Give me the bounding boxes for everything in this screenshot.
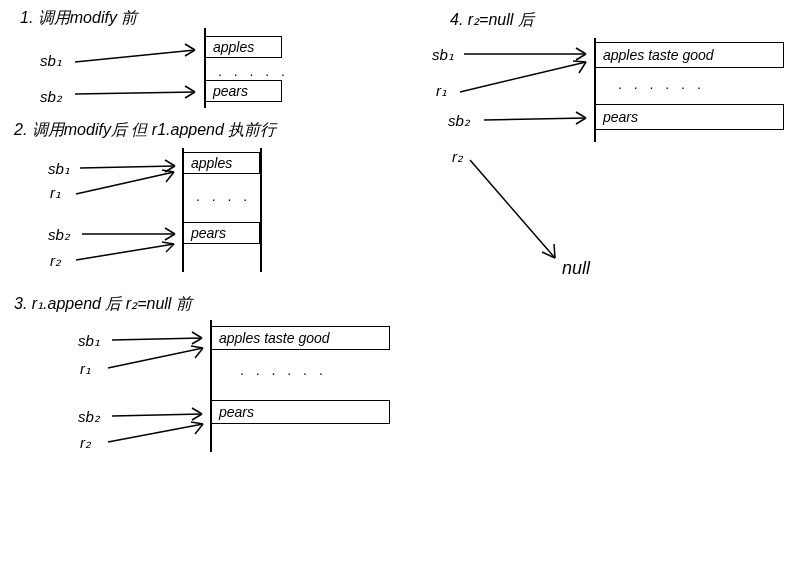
svg-line-39 xyxy=(470,160,555,258)
svg-line-32 xyxy=(576,54,586,60)
svg-line-4 xyxy=(185,86,195,92)
svg-line-31 xyxy=(576,48,586,54)
svg-line-1 xyxy=(185,44,195,50)
step3-box-pears: pears xyxy=(210,400,390,424)
svg-line-25 xyxy=(192,408,202,414)
svg-line-34 xyxy=(573,61,586,62)
step3-title: 3. r₁.append 后 r₂=null 前 xyxy=(14,294,192,315)
step1-title: 1. 调用modify 前 xyxy=(20,8,137,29)
step4-box-apples: apples taste good xyxy=(594,42,784,68)
step4-sb2: sb₂ xyxy=(448,112,470,130)
svg-line-7 xyxy=(165,160,175,166)
step2-r1: r₁ xyxy=(50,184,61,202)
step2-dots: . . . . . xyxy=(196,188,267,204)
step2-arrow-r2 xyxy=(76,258,186,270)
step4-null: null xyxy=(562,258,590,279)
svg-line-18 xyxy=(112,338,202,340)
svg-line-3 xyxy=(75,92,195,94)
step4-r2: r₂ xyxy=(452,148,463,166)
step3-arrow-r1 xyxy=(108,366,213,378)
step2-arrow-sb2 xyxy=(82,234,192,244)
svg-line-0 xyxy=(75,50,195,62)
svg-line-5 xyxy=(185,92,195,98)
svg-line-21 xyxy=(108,348,203,368)
step1-box-apples: apples xyxy=(204,36,282,58)
step2-arrow-r1 xyxy=(76,190,186,202)
step4-arrow-r1 xyxy=(460,88,598,102)
svg-line-33 xyxy=(460,62,586,92)
svg-line-19 xyxy=(192,332,202,338)
step3-box-apples: apples taste good xyxy=(210,326,390,350)
svg-line-13 xyxy=(165,228,175,234)
step2-box-apples: apples xyxy=(182,152,260,174)
step4-arrow-r2-null xyxy=(470,160,590,270)
svg-line-24 xyxy=(112,414,202,416)
step1-sb1: sb₁ xyxy=(40,52,62,70)
svg-line-15 xyxy=(76,244,174,260)
step1-dots: . . . . . xyxy=(218,63,289,79)
step4-arrow-sb1 xyxy=(464,54,599,64)
step3-sb2: sb₂ xyxy=(78,408,100,426)
step3-dots: . . . . . . xyxy=(240,362,327,378)
step1-sb2: sb₂ xyxy=(40,88,62,106)
svg-line-14 xyxy=(165,234,175,240)
step3-r2: r₂ xyxy=(80,434,91,452)
step4-arrow-sb2 xyxy=(484,120,596,130)
step3-arrow-r2 xyxy=(108,440,213,452)
step4-r1: r₁ xyxy=(436,82,447,100)
svg-line-27 xyxy=(108,424,203,442)
step2-right-vline xyxy=(260,148,262,272)
step2-sb2: sb₂ xyxy=(48,226,70,244)
step1-arrow-sb2 xyxy=(75,94,205,104)
step1-box-pears: pears xyxy=(204,80,282,102)
step4-title: 4. r₂=null 后 xyxy=(450,10,534,31)
step1-arrow-sb1 xyxy=(75,58,205,68)
step3-r1: r₁ xyxy=(80,360,91,378)
step4-sb1: sb₁ xyxy=(432,46,454,64)
step3-sb1: sb₁ xyxy=(78,332,100,350)
step4-box-pears: pears xyxy=(594,104,784,130)
step2-title: 2. 调用modify后 但 r1.append 执前行 xyxy=(14,120,276,141)
step2-sb1: sb₁ xyxy=(48,160,70,178)
svg-line-41 xyxy=(554,244,555,258)
step2-box-pears: pears xyxy=(182,222,260,244)
svg-line-6 xyxy=(80,166,175,168)
step4-dots: . . . . . . xyxy=(618,76,705,92)
svg-line-36 xyxy=(484,118,586,120)
svg-line-37 xyxy=(576,112,586,118)
step2-r2: r₂ xyxy=(50,252,61,270)
